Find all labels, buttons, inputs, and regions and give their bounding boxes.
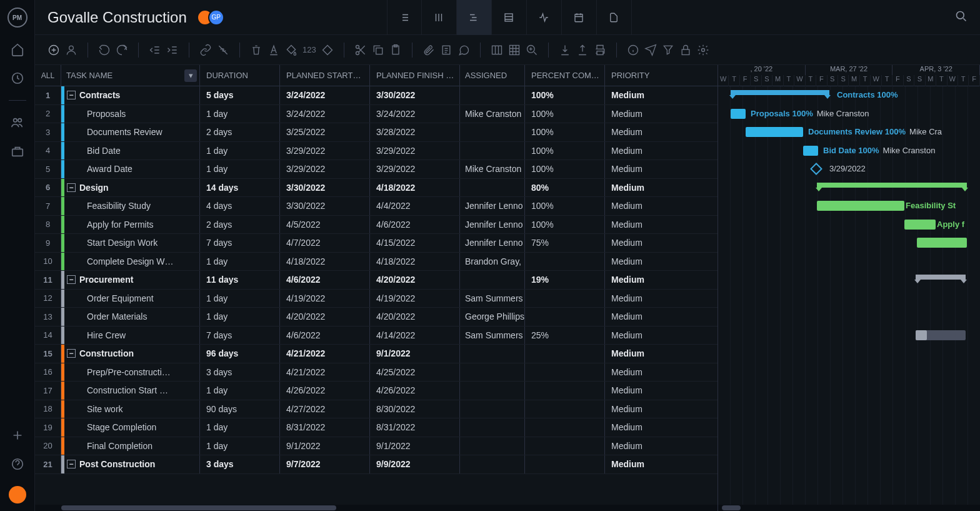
file-view-tab[interactable] xyxy=(597,0,632,35)
filter-icon[interactable] xyxy=(662,44,674,56)
briefcase-icon[interactable] xyxy=(11,144,24,158)
table-row[interactable]: 20Final Completion1 day9/1/20229/1/2022M… xyxy=(35,437,718,456)
paste-icon[interactable] xyxy=(389,44,402,56)
assigned-cell[interactable] xyxy=(460,382,525,400)
gantt-row[interactable]: 3/29/2022 xyxy=(718,160,980,179)
duration-cell[interactable]: 96 days xyxy=(200,345,280,363)
settings-icon[interactable] xyxy=(697,44,709,56)
assigned-cell[interactable] xyxy=(460,363,525,382)
assigned-cell[interactable]: Jennifer Lenno xyxy=(460,234,525,252)
gantt-row[interactable] xyxy=(718,253,980,271)
finish-cell[interactable]: 4/18/2022 xyxy=(370,179,460,197)
start-cell[interactable]: 4/21/2022 xyxy=(280,363,370,382)
duration-cell[interactable]: 1 day xyxy=(200,142,280,160)
table-row[interactable]: 21−Post Construction3 days9/7/20229/9/20… xyxy=(35,455,718,474)
task-name-cell[interactable]: Order Equipment xyxy=(61,290,200,308)
percent-cell[interactable]: 100% xyxy=(525,123,605,141)
percent-cell[interactable] xyxy=(525,290,605,308)
duration-cell[interactable]: 11 days xyxy=(200,271,280,289)
gantt-view-tab[interactable] xyxy=(457,0,492,35)
finish-cell[interactable]: 4/4/2022 xyxy=(370,197,460,215)
duration-cell[interactable]: 7 days xyxy=(200,326,280,345)
start-cell[interactable]: 9/1/2022 xyxy=(280,437,370,455)
collapse-toggle[interactable]: − xyxy=(67,183,76,192)
percent-cell[interactable]: 100% xyxy=(525,105,605,123)
priority-cell[interactable]: Medium xyxy=(605,86,665,104)
percent-cell[interactable]: 100% xyxy=(525,86,605,104)
duration-cell[interactable]: 1 day xyxy=(200,253,280,271)
col-assigned-header[interactable]: ASSIGNED xyxy=(460,65,525,86)
columns-icon[interactable] xyxy=(491,44,503,56)
pm-logo[interactable]: PM xyxy=(8,8,28,28)
col-start-header[interactable]: PLANNED START… xyxy=(280,65,370,86)
duration-cell[interactable]: 3 days xyxy=(200,455,280,473)
gantt-row[interactable] xyxy=(718,326,980,345)
plus-icon[interactable] xyxy=(11,428,24,442)
user-avatar[interactable] xyxy=(9,486,26,503)
grid-scrollbar[interactable] xyxy=(35,505,718,511)
people-icon[interactable] xyxy=(11,116,24,129)
task-name-cell[interactable]: Hire Crew xyxy=(61,326,200,345)
finish-cell[interactable]: 4/15/2022 xyxy=(370,234,460,252)
collapse-toggle[interactable]: − xyxy=(67,460,76,468)
duration-cell[interactable]: 2 days xyxy=(200,123,280,141)
start-cell[interactable]: 4/26/2022 xyxy=(280,382,370,400)
info-icon[interactable] xyxy=(627,44,639,56)
home-icon[interactable] xyxy=(11,43,24,56)
finish-cell[interactable]: 4/14/2022 xyxy=(370,326,460,345)
gantt-row[interactable] xyxy=(718,290,980,308)
attach-icon[interactable] xyxy=(422,44,435,56)
task-name-cell[interactable]: Construction Start … xyxy=(61,382,200,400)
assigned-cell[interactable] xyxy=(460,400,525,418)
priority-cell[interactable]: Medium xyxy=(605,363,665,382)
start-cell[interactable]: 3/29/2022 xyxy=(280,160,370,178)
table-row[interactable]: 15−Construction96 days4/21/20229/1/2022M… xyxy=(35,345,718,363)
percent-cell[interactable]: 80% xyxy=(525,179,605,197)
start-cell[interactable]: 4/27/2022 xyxy=(280,400,370,418)
send-icon[interactable] xyxy=(644,44,657,56)
help-icon[interactable] xyxy=(11,457,24,471)
clock-icon[interactable] xyxy=(11,71,24,85)
assigned-cell[interactable] xyxy=(460,437,525,455)
table-row[interactable]: 2Proposals1 day3/24/20223/24/2022Mike Cr… xyxy=(35,105,718,124)
outdent-icon[interactable] xyxy=(149,44,161,56)
table-row[interactable]: 6−Design14 days3/30/20224/18/202280%Medi… xyxy=(35,179,718,198)
task-bar[interactable] xyxy=(803,146,818,156)
table-row[interactable]: 7Feasibility Study4 days3/30/20224/4/202… xyxy=(35,197,718,216)
assigned-cell[interactable]: Brandon Gray, xyxy=(460,253,525,271)
summary-bar[interactable] xyxy=(817,183,967,188)
import-icon[interactable] xyxy=(559,44,571,56)
indent-icon[interactable] xyxy=(166,44,179,56)
unlink-icon[interactable] xyxy=(217,44,229,56)
priority-cell[interactable]: Medium xyxy=(605,271,665,289)
start-cell[interactable]: 3/30/2022 xyxy=(280,197,370,215)
percent-cell[interactable] xyxy=(525,382,605,400)
duration-cell[interactable]: 1 day xyxy=(200,382,280,400)
table-row[interactable]: 19Stage Completion1 day8/31/20228/31/202… xyxy=(35,418,718,437)
col-all-header[interactable]: ALL xyxy=(35,65,61,86)
task-bar[interactable] xyxy=(746,127,803,137)
priority-cell[interactable]: Medium xyxy=(605,105,665,123)
finish-cell[interactable]: 3/24/2022 xyxy=(370,105,460,123)
task-bar[interactable] xyxy=(731,109,746,119)
gantt-row[interactable] xyxy=(718,234,980,253)
list-view-tab[interactable] xyxy=(387,0,422,35)
table-row[interactable]: 5Award Date1 day3/29/20223/29/2022Mike C… xyxy=(35,160,718,179)
duration-cell[interactable]: 90 days xyxy=(200,400,280,418)
start-cell[interactable]: 4/18/2022 xyxy=(280,253,370,271)
task-name-cell[interactable]: Award Date xyxy=(61,160,200,178)
activity-view-tab[interactable] xyxy=(527,0,562,35)
percent-cell[interactable]: 100% xyxy=(525,197,605,215)
avatar-2[interactable]: GP xyxy=(208,9,224,26)
percent-cell[interactable] xyxy=(525,345,605,363)
finish-cell[interactable]: 4/18/2022 xyxy=(370,253,460,271)
percent-cell[interactable] xyxy=(525,437,605,455)
finish-cell[interactable]: 9/1/2022 xyxy=(370,437,460,455)
trash-icon[interactable] xyxy=(250,44,262,56)
calendar-view-tab[interactable] xyxy=(562,0,597,35)
duration-cell[interactable]: 1 day xyxy=(200,160,280,178)
gantt-row[interactable] xyxy=(718,271,980,290)
finish-cell[interactable]: 4/20/2022 xyxy=(370,308,460,326)
task-name-cell[interactable]: Feasibility Study xyxy=(61,197,200,215)
finish-cell[interactable]: 8/31/2022 xyxy=(370,418,460,437)
